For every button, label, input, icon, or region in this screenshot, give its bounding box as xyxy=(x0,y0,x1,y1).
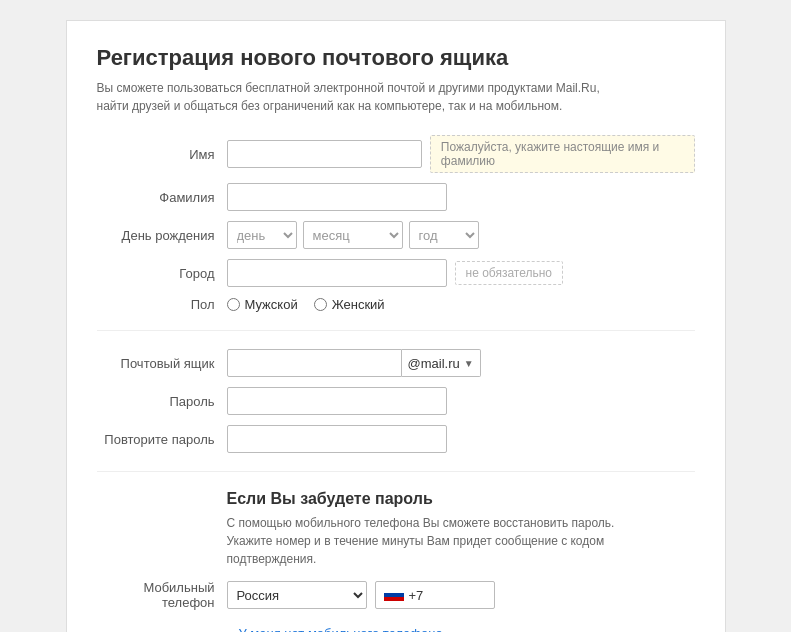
page-title: Регистрация нового почтового ящика xyxy=(97,45,695,71)
city-row: Город не обязательно xyxy=(97,259,695,287)
password2-input[interactable] xyxy=(227,425,447,453)
gender-female-radio[interactable] xyxy=(314,298,327,311)
chevron-down-icon: ▼ xyxy=(464,358,474,369)
email-inputs: @mail.ru ▼ xyxy=(227,349,481,377)
recovery-desc: С помощью мобильного телефона Вы сможете… xyxy=(227,514,695,568)
birthday-selects: день месяц год xyxy=(227,221,479,249)
city-inputs: не обязательно xyxy=(227,259,564,287)
password-label: Пароль xyxy=(97,394,227,409)
password-input[interactable] xyxy=(227,387,447,415)
gender-female-label: Женский xyxy=(332,297,385,312)
recovery-desc-2: Укажите номер и в течение минуты Вам при… xyxy=(227,534,605,566)
name-inputs: Пожалуйста, укажите настоящие имя и фами… xyxy=(227,135,695,173)
phone-inputs: Россия +7 xyxy=(227,581,495,609)
phone-row: Мобильный телефон Россия +7 xyxy=(97,580,695,610)
birthday-month-select[interactable]: месяц xyxy=(303,221,403,249)
password-row: Пароль xyxy=(97,387,695,415)
password2-row: Повторите пароль xyxy=(97,425,695,453)
email-label: Почтовый ящик xyxy=(97,356,227,371)
gender-options: Мужской Женский xyxy=(227,297,385,312)
recovery-section: Если Вы забудете пароль С помощью мобиль… xyxy=(97,490,695,610)
password2-label: Повторите пароль xyxy=(97,432,227,447)
email-domain-selector[interactable]: @mail.ru ▼ xyxy=(402,349,481,377)
no-phone-link[interactable]: У меня нет мобильного телефона xyxy=(239,626,695,632)
birthday-day-select[interactable]: день xyxy=(227,221,297,249)
gender-female-option[interactable]: Женский xyxy=(314,297,385,312)
surname-row: Фамилия xyxy=(97,183,695,211)
phone-label: Мобильный телефон xyxy=(97,580,227,610)
recovery-desc-1: С помощью мобильного телефона Вы сможете… xyxy=(227,516,615,530)
email-domain-text: @mail.ru xyxy=(408,356,460,371)
name-tooltip: Пожалуйста, укажите настоящие имя и фами… xyxy=(430,135,695,173)
gender-male-label: Мужской xyxy=(245,297,298,312)
surname-label: Фамилия xyxy=(97,190,227,205)
recovery-title: Если Вы забудете пароль xyxy=(227,490,695,508)
name-row: Имя Пожалуйста, укажите настоящие имя и … xyxy=(97,135,695,173)
name-input[interactable] xyxy=(227,140,422,168)
birthday-year-select[interactable]: год xyxy=(409,221,479,249)
birthday-row: День рождения день месяц год xyxy=(97,221,695,249)
registration-form: Регистрация нового почтового ящика Вы см… xyxy=(66,20,726,632)
phone-code-text: +7 xyxy=(409,588,424,603)
city-label: Город xyxy=(97,266,227,281)
email-input[interactable] xyxy=(227,349,402,377)
phone-country-select[interactable]: Россия xyxy=(227,581,367,609)
gender-male-radio[interactable] xyxy=(227,298,240,311)
russia-flag-icon xyxy=(384,589,404,602)
gender-label: Пол xyxy=(97,297,227,312)
divider-2 xyxy=(97,471,695,472)
city-hint: не обязательно xyxy=(455,261,564,285)
city-input[interactable] xyxy=(227,259,447,287)
gender-row: Пол Мужской Женский xyxy=(97,297,695,312)
gender-male-option[interactable]: Мужской xyxy=(227,297,298,312)
phone-number-box: +7 xyxy=(375,581,495,609)
name-label: Имя xyxy=(97,147,227,162)
page-subtitle: Вы сможете пользоваться бесплатной элект… xyxy=(97,79,695,115)
birthday-label: День рождения xyxy=(97,228,227,243)
email-row: Почтовый ящик @mail.ru ▼ xyxy=(97,349,695,377)
surname-input[interactable] xyxy=(227,183,447,211)
divider-1 xyxy=(97,330,695,331)
